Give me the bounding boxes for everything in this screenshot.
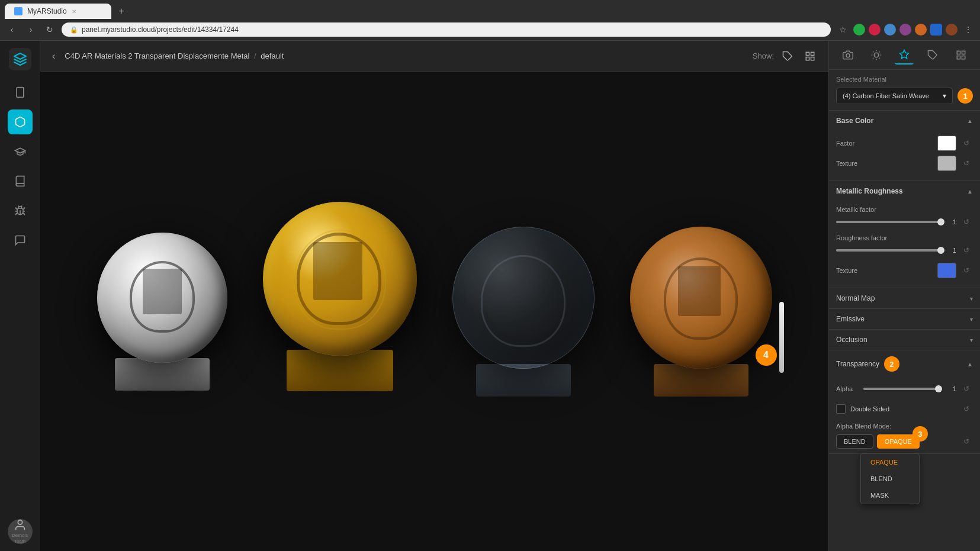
mr-texture-label: Texture bbox=[836, 267, 857, 274]
svg-rect-5 bbox=[806, 52, 809, 55]
show-label: Show: bbox=[753, 51, 774, 60]
ext-icon-3[interactable] bbox=[884, 24, 896, 36]
ext-icon-7[interactable] bbox=[946, 24, 957, 36]
sidebar-item-bug[interactable] bbox=[8, 198, 33, 223]
sidebar-item-cube[interactable] bbox=[8, 109, 33, 134]
mr-texture-swatch[interactable] bbox=[937, 263, 956, 278]
back-nav-btn[interactable]: ‹ bbox=[5, 22, 19, 37]
roughness-slider-thumb[interactable] bbox=[937, 247, 944, 254]
blend-reset-btn[interactable]: ↺ bbox=[960, 435, 973, 448]
new-tab-btn[interactable]: + bbox=[114, 4, 129, 19]
metallic-roughness-header[interactable]: Metallic Roughness ▲ bbox=[829, 181, 980, 201]
blend-button[interactable]: BLEND bbox=[836, 434, 873, 449]
sphere-silver bbox=[97, 233, 227, 363]
tab-close-btn[interactable]: ✕ bbox=[72, 8, 76, 15]
forward-nav-btn[interactable]: › bbox=[24, 22, 38, 37]
tag-icon[interactable] bbox=[779, 47, 796, 65]
alpha-slider-fill bbox=[863, 388, 939, 390]
base-color-title: Base Color bbox=[836, 117, 873, 125]
factor-reset-btn[interactable]: ↺ bbox=[960, 137, 973, 150]
alpha-reset-btn[interactable]: ↺ bbox=[960, 382, 973, 395]
roughness-slider[interactable] bbox=[836, 249, 941, 252]
base-color-header[interactable]: Base Color ▲ bbox=[829, 111, 980, 131]
sphere-gold-slot bbox=[263, 202, 417, 391]
camera-tool[interactable] bbox=[838, 46, 857, 65]
browser-chrome: MyARStudio ✕ + ‹ › ↻ 🔒 panel.myarstudio.… bbox=[0, 0, 980, 41]
layout-icon[interactable] bbox=[801, 47, 819, 65]
sidebar-item-book[interactable] bbox=[8, 169, 33, 194]
occlusion-chevron: ▾ bbox=[970, 337, 973, 343]
base-color-section: Base Color ▲ Factor ↺ Texture ↺ bbox=[829, 111, 980, 181]
canvas-area[interactable]: 4 bbox=[40, 72, 828, 551]
sidebar-item-hat[interactable] bbox=[8, 139, 33, 164]
factor-row: Factor ↺ bbox=[836, 136, 973, 151]
occlusion-section[interactable]: Occlusion ▾ bbox=[829, 330, 980, 350]
url-bar[interactable]: 🔒 panel.myarstudio.cloud/projects/edit/1… bbox=[62, 22, 831, 37]
transparency-chevron: ▲ bbox=[967, 361, 973, 368]
alpha-thumb[interactable] bbox=[935, 385, 942, 392]
double-sided-reset-btn[interactable]: ↺ bbox=[960, 402, 973, 415]
alpha-slider[interactable] bbox=[863, 388, 939, 390]
factor-value: ↺ bbox=[937, 136, 973, 151]
grid-tool[interactable] bbox=[952, 46, 971, 65]
active-tab[interactable]: MyARStudio ✕ bbox=[5, 4, 111, 19]
dropdown-container: OPAQUE 3 OPAQUE BLEND MASK bbox=[877, 434, 920, 449]
material-dropdown[interactable]: (4) Carbon Fiber Satin Weave ▾ bbox=[836, 88, 953, 104]
sphere-bronze bbox=[630, 227, 772, 369]
metallic-slider-thumb[interactable] bbox=[937, 218, 944, 225]
transparency-header[interactable]: Transparency 2 ▲ bbox=[829, 350, 980, 378]
user-avatar[interactable]: Demo's Team bbox=[8, 519, 33, 544]
texture-color-swatch[interactable] bbox=[937, 156, 956, 171]
ext-icon-6[interactable] bbox=[930, 24, 942, 36]
metallic-reset-btn[interactable]: ↺ bbox=[960, 215, 973, 228]
emissive-section[interactable]: Emissive ▾ bbox=[829, 309, 980, 330]
ext-icon-5[interactable] bbox=[915, 24, 927, 36]
mask-option[interactable]: MASK bbox=[861, 487, 919, 504]
ext-icon-2[interactable] bbox=[869, 24, 881, 36]
breadcrumb-main: C4D AR Materials 2 Transparent Displacem… bbox=[65, 51, 249, 60]
metallic-slider[interactable] bbox=[836, 221, 941, 223]
back-button[interactable]: ‹ bbox=[50, 49, 57, 64]
reload-btn[interactable]: ↻ bbox=[43, 22, 57, 37]
svg-line-18 bbox=[879, 51, 879, 52]
roughness-value: 1 bbox=[944, 247, 956, 254]
blend-option[interactable]: BLEND bbox=[861, 471, 919, 487]
team-label: Demo's Team bbox=[8, 533, 33, 544]
double-sided-checkbox[interactable] bbox=[836, 404, 846, 414]
metallic-roughness-chevron: ▲ bbox=[967, 188, 973, 195]
mr-texture-value: ↺ bbox=[937, 263, 973, 278]
light-tool[interactable] bbox=[867, 46, 886, 65]
mr-texture-reset-btn[interactable]: ↺ bbox=[960, 264, 973, 277]
alpha-value: 1 bbox=[942, 385, 956, 392]
roughness-reset-btn[interactable]: ↺ bbox=[960, 244, 973, 257]
transparency-badge: 2 bbox=[884, 356, 899, 372]
svg-rect-8 bbox=[806, 57, 809, 60]
sphere-glass bbox=[452, 227, 595, 369]
metallic-roughness-section: Metallic Roughness ▲ Metallic factor 1 ↺ bbox=[829, 181, 980, 288]
texture-label: Texture bbox=[836, 160, 857, 167]
metallic-slider-fill bbox=[836, 221, 941, 223]
sidebar-item-chat[interactable] bbox=[8, 228, 33, 253]
double-sided-label: Double Sided bbox=[850, 405, 889, 413]
tab-title: MyARStudio bbox=[27, 7, 67, 15]
ext-icon-4[interactable] bbox=[899, 24, 911, 36]
svg-point-10 bbox=[874, 53, 879, 57]
normal-map-section[interactable]: Normal Map ▾ bbox=[829, 288, 980, 309]
opaque-option[interactable]: OPAQUE bbox=[861, 454, 919, 471]
texture-reset-btn[interactable]: ↺ bbox=[960, 157, 973, 170]
tag-tool[interactable] bbox=[923, 46, 942, 65]
double-sided-row: Double Sided ↺ bbox=[836, 400, 973, 418]
svg-rect-6 bbox=[811, 52, 814, 55]
material-tool[interactable] bbox=[895, 46, 914, 65]
sidebar-item-phone[interactable] bbox=[8, 80, 33, 105]
svg-point-9 bbox=[846, 54, 850, 57]
badge-4: 4 bbox=[756, 344, 777, 366]
factor-color-swatch[interactable] bbox=[937, 136, 956, 151]
more-btn[interactable]: ⋮ bbox=[961, 22, 975, 37]
star-icon[interactable]: ☆ bbox=[836, 22, 850, 37]
occlusion-title: Occlusion bbox=[836, 336, 867, 344]
ext-icon-1[interactable] bbox=[853, 24, 865, 36]
metallic-roughness-content: Metallic factor 1 ↺ Roughness factor bbox=[829, 201, 980, 288]
transparency-section: Transparency 2 ▲ Alpha 1 ↺ bbox=[829, 350, 980, 454]
transparency-title: Transparency bbox=[836, 360, 879, 368]
